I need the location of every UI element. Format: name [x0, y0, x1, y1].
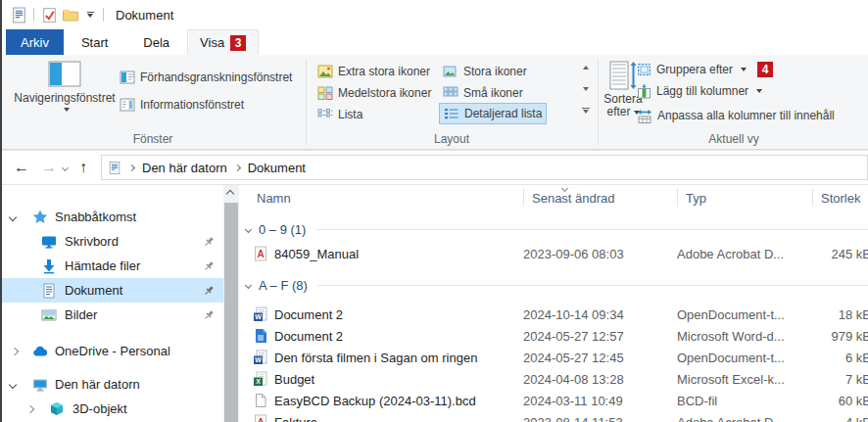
file-row[interactable]: A 84059_Manual 2023-09-06 08:03 Adobe Ac… [241, 243, 868, 264]
extra-large-icons-button[interactable]: Extra stora ikoner [317, 61, 430, 82]
downloads-arrow-icon [41, 258, 57, 274]
separator [103, 8, 104, 22]
sort-by-icon [608, 61, 638, 90]
sidebar-item-3d-objects[interactable]: 3D-objekt [0, 397, 223, 421]
navigation-pane-icon [47, 61, 82, 88]
medium-icons-button[interactable]: Medelstora ikoner [317, 82, 431, 104]
documents-icon [41, 283, 57, 299]
extra-large-icons-icon [317, 65, 333, 78]
file-row[interactable]: EasyBCD Backup (2024-03-11).bcd 2024-03-… [241, 390, 868, 411]
breadcrumb-chevron-icon[interactable] [234, 164, 241, 170]
pin-icon[interactable] [203, 260, 215, 272]
file-name: Faktura [274, 415, 317, 422]
file-row[interactable]: Document 2 2024-05-27 12:57 Microsoft Wo… [241, 325, 868, 347]
sidebar-item-this-pc[interactable]: Den här datorn [0, 372, 223, 397]
tab-dela[interactable]: Dela [125, 29, 187, 55]
file-type: Adobe Acrobat D... [677, 247, 813, 261]
breadcrumb-chevron-icon[interactable] [128, 164, 135, 170]
sidebar-item-pictures[interactable]: Bilder [0, 303, 223, 327]
expand-chevron-icon[interactable] [9, 212, 17, 220]
collapse-chevron-icon[interactable] [245, 225, 252, 232]
navigation-pane-button[interactable]: Navigeringsfönstret [10, 61, 120, 112]
large-icons-button[interactable]: Stora ikoner [443, 61, 527, 82]
chevron-down-icon [87, 14, 93, 18]
preview-pane-button[interactable]: Förhandsgranskningsfönstret [120, 67, 292, 88]
gallery-scroll-up-button[interactable] [579, 61, 593, 74]
details-view-icon [444, 107, 459, 120]
scroll-up-arrow-icon[interactable] [226, 190, 234, 198]
address-field[interactable]: Den här datorn Dokument [101, 155, 868, 180]
tab-start[interactable]: Start [64, 29, 125, 55]
navigation-pane-scrollbar[interactable] [223, 185, 239, 422]
file-name: 84059_Manual [274, 247, 359, 261]
file-size: 60 kB [813, 394, 868, 408]
pin-icon[interactable] [203, 236, 215, 248]
file-size: 7 kB [813, 372, 868, 387]
recent-locations-dropdown[interactable] [62, 164, 69, 170]
gallery-more-button[interactable] [579, 104, 593, 117]
scrollbar-thumb[interactable] [224, 203, 238, 422]
list-view-icon [317, 108, 333, 121]
chevron-down-icon [64, 108, 70, 112]
file-row[interactable]: W Document 2 2024-10-14 09:34 OpenDocume… [241, 304, 868, 325]
sidebar-item-downloads[interactable]: Hämtade filer [0, 254, 223, 278]
pin-icon[interactable] [203, 285, 215, 297]
navigation-pane: Snabbåtkomst Skrivbord Hämtade filer [0, 185, 223, 422]
explorer-main: Snabbåtkomst Skrivbord Hämtade filer [0, 185, 868, 422]
column-header-size[interactable]: Storlek [821, 191, 860, 206]
sidebar-item-quick-access[interactable]: Snabbåtkomst [0, 205, 223, 229]
qat-new-folder-icon[interactable] [60, 4, 81, 25]
up-button[interactable]: ↑ [73, 160, 93, 175]
odt-file-icon: W [253, 350, 268, 365]
group-header-0-9[interactable]: 0 – 9 (1) [241, 218, 868, 240]
gallery-scroll-down-button[interactable] [579, 82, 593, 96]
file-name: Den första filmen i Sagan om ringen [274, 351, 477, 365]
svg-text:W: W [255, 313, 262, 320]
group-by-button[interactable]: Gruppera efter 4 [637, 59, 773, 80]
file-row[interactable]: W Den första filmen i Sagan om ringen 20… [241, 347, 868, 368]
small-icons-button[interactable]: Små ikoner [443, 82, 523, 104]
details-pane-button[interactable]: Informationsfönstret [120, 94, 244, 116]
collapse-chevron-icon[interactable] [245, 281, 252, 288]
file-modified: 2024-05-27 12:57 [523, 329, 677, 344]
file-name: EasyBCD Backup (2024-03-11).bcd [274, 394, 476, 408]
onedrive-cloud-icon [32, 344, 48, 359]
file-name: Budget [274, 372, 314, 387]
file-row[interactable]: X Budget 2024-04-08 13:28 Microsoft Exce… [241, 368, 868, 390]
odt-file-icon: W [253, 306, 268, 322]
forward-button[interactable]: → [35, 160, 63, 175]
details-view-button[interactable]: Detaljerad lista [439, 103, 547, 124]
column-header-type[interactable]: Typ [686, 191, 706, 206]
file-type: Adobe Acrobat D... [677, 415, 813, 422]
qat-customize-dropdown[interactable] [83, 12, 97, 18]
pin-icon[interactable] [203, 309, 215, 321]
expand-chevron-icon[interactable] [9, 380, 17, 388]
collapse-chevron-icon[interactable] [26, 404, 34, 412]
file-size: 979 kB [813, 329, 868, 344]
sidebar-item-documents[interactable]: Dokument [0, 278, 223, 303]
sidebar-item-desktop[interactable]: Skrivbord [0, 229, 223, 254]
column-header-modified[interactable]: Senast ändrad [532, 191, 615, 206]
breadcrumb-this-pc[interactable]: Den här datorn [142, 161, 227, 175]
back-button[interactable]: ← [8, 160, 35, 175]
column-header-name[interactable]: Namn [257, 191, 291, 206]
qat-properties-icon[interactable] [38, 4, 60, 25]
column-header-row: Namn Senast ändrad Typ Storlek [241, 185, 868, 211]
tab-arkiv[interactable]: Arkiv [6, 29, 64, 55]
tab-visa[interactable]: Visa 3 [187, 29, 259, 55]
file-explorer-window: Dokument Arkiv Start Dela Visa 3 Naviger… [0, 0, 868, 422]
fit-columns-button[interactable]: Anpassa alla kolumner till innehåll [637, 105, 835, 126]
title-bar: Dokument [0, 0, 868, 29]
file-modified: 2024-03-11 10:49 [523, 394, 677, 408]
collapse-chevron-icon[interactable] [11, 347, 19, 354]
file-modified: 2023-08-14 11:53 [523, 415, 677, 422]
fit-columns-icon [637, 109, 652, 123]
desktop-icon [41, 234, 57, 250]
add-columns-button[interactable]: Lägg till kolumner [637, 80, 762, 102]
group-header-a-f[interactable]: A – F (8) [241, 274, 868, 296]
file-row-partial[interactable]: A Faktura 2023-08-14 11:53 Adobe Acrobat… [241, 411, 868, 422]
breadcrumb-documents[interactable]: Dokument [248, 161, 306, 175]
list-view-button[interactable]: Lista [317, 104, 362, 125]
sidebar-item-onedrive[interactable]: OneDrive - Personal [0, 339, 223, 363]
address-bar: ← → ↑ Den här datorn Dokument [0, 150, 868, 185]
